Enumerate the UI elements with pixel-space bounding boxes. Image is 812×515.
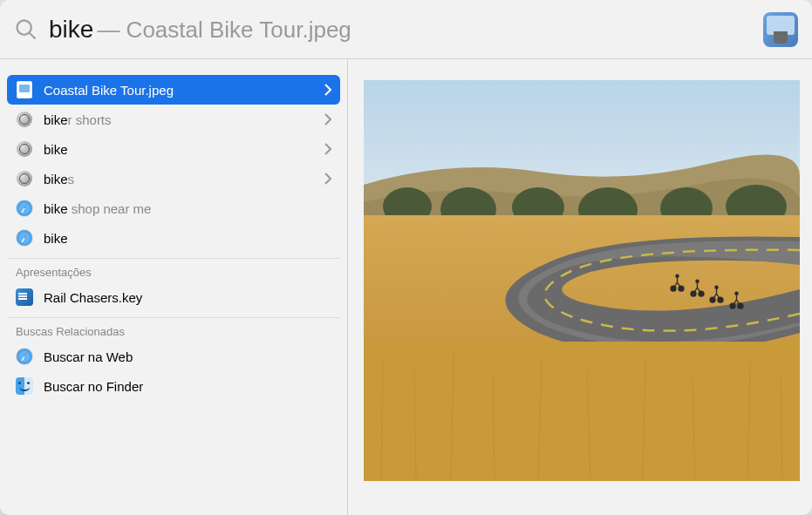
svg-point-13	[690, 291, 696, 297]
svg-point-11	[678, 286, 684, 292]
result-label: Coastal Bike Tour.jpeg	[44, 83, 324, 98]
result-label: bike	[44, 142, 324, 157]
result-file-coastal-bike-tour[interactable]: Coastal Bike Tour.jpeg	[7, 75, 340, 105]
spotlight-window: bike — Coastal Bike Tour.jpeg Coastal Bi…	[0, 0, 812, 515]
search-lens-icon	[16, 111, 33, 128]
search-suffix-text: — Coastal Bike Tour.jpeg	[97, 17, 351, 44]
search-bar[interactable]: bike — Coastal Bike Tour.jpeg	[0, 0, 812, 59]
search-query-text: bike	[49, 16, 93, 44]
preview-app-icon	[763, 12, 798, 47]
section-header-buscas-relacionadas: Buscas Relacionadas	[7, 317, 340, 342]
result-suggestion-biker-shorts[interactable]: biker shorts	[7, 105, 340, 134]
result-search-web[interactable]: Buscar na Web	[7, 342, 340, 371]
search-lens-icon	[16, 140, 33, 158]
result-label: Buscar na Web	[44, 349, 331, 364]
safari-icon	[16, 229, 33, 247]
svg-point-10	[670, 286, 676, 292]
chevron-right-icon	[324, 143, 331, 155]
search-icon	[14, 17, 38, 42]
result-file-rail-chasers[interactable]: Rail Chasers.key	[7, 282, 340, 312]
result-label: bike shop near me	[44, 201, 331, 216]
preview-pane	[347, 59, 812, 515]
chevron-right-icon	[324, 173, 331, 185]
svg-point-18	[714, 286, 719, 290]
results-sidebar: Coastal Bike Tour.jpeg biker shorts bike…	[0, 59, 347, 515]
svg-line-1	[30, 32, 36, 38]
svg-point-20	[737, 303, 743, 309]
chevron-right-icon	[324, 113, 331, 125]
svg-rect-22	[364, 342, 800, 481]
safari-icon	[16, 200, 33, 217]
finder-icon	[16, 377, 33, 395]
svg-point-17	[717, 297, 723, 303]
svg-point-12	[675, 274, 679, 279]
result-label: biker shorts	[44, 112, 324, 127]
result-search-finder[interactable]: Buscar no Finder	[7, 371, 340, 401]
search-input[interactable]: bike — Coastal Bike Tour.jpeg	[49, 16, 763, 44]
result-suggestion-bikes[interactable]: bikes	[7, 164, 340, 193]
preview-image-coastal-bike-tour	[364, 80, 800, 481]
result-web-bike[interactable]: bike	[7, 223, 340, 253]
result-label: bike	[44, 231, 331, 246]
keynote-file-icon	[16, 288, 33, 306]
result-label: bikes	[44, 172, 324, 186]
search-lens-icon	[16, 170, 33, 187]
result-label: Rail Chasers.key	[44, 290, 331, 305]
svg-point-19	[729, 303, 735, 309]
svg-point-14	[698, 291, 704, 297]
jpeg-file-icon	[16, 81, 33, 98]
result-label: Buscar no Finder	[44, 379, 331, 394]
svg-point-21	[734, 292, 739, 296]
section-header-apresentacoes: Apresentações	[7, 258, 340, 282]
svg-point-15	[695, 280, 699, 284]
svg-point-0	[17, 20, 31, 34]
safari-icon	[16, 348, 33, 365]
svg-point-16	[709, 297, 715, 303]
chevron-right-icon	[324, 84, 331, 96]
content-area: Coastal Bike Tour.jpeg biker shorts bike…	[0, 59, 812, 515]
result-suggestion-bike[interactable]: bike	[7, 134, 340, 164]
result-web-bike-shop-near-me[interactable]: bike shop near me	[7, 193, 340, 223]
